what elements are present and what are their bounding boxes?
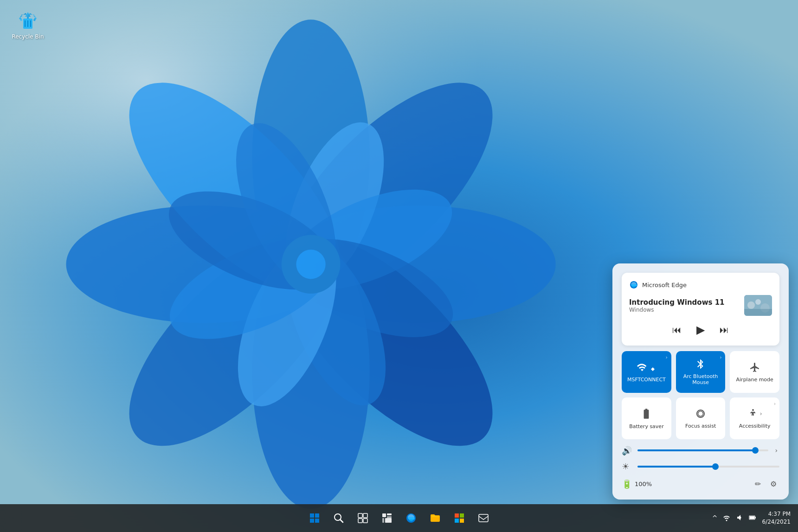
clock-date: 6/24/2021 — [762, 518, 791, 526]
tray-chevron[interactable]: ^ — [710, 513, 720, 523]
search-button[interactable] — [328, 508, 349, 528]
edit-quick-settings-button[interactable]: ✏ — [752, 478, 764, 490]
svg-point-29 — [752, 409, 754, 411]
panel-bottom-bar: 🔋 100% ✏ ⚙ — [622, 478, 779, 490]
volume-thumb[interactable] — [752, 447, 759, 454]
accessibility-icon: › — [747, 408, 762, 419]
quick-actions-grid: MSFTCONNECT › Arc Bluetooth Mouse › — [622, 351, 779, 439]
svg-rect-48 — [460, 519, 464, 523]
svg-rect-40 — [382, 513, 386, 517]
quick-settings-panel: Microsoft Edge Introducing Windows 11 Wi… — [612, 263, 789, 500]
wifi-tile-label: MSFTCONNECT — [627, 377, 666, 383]
airplane-icon — [749, 362, 760, 373]
file-explorer-taskbar-button[interactable] — [425, 508, 445, 528]
focus-assist-icon — [695, 408, 706, 419]
tray-volume-icon[interactable] — [734, 513, 745, 524]
bluetooth-tile[interactable]: Arc Bluetooth Mouse › — [676, 351, 726, 393]
recycle-bin-image — [17, 9, 39, 32]
wifi-tile-chevron: › — [666, 355, 668, 360]
svg-rect-31 — [315, 513, 319, 518]
svg-point-19 — [296, 250, 325, 279]
brightness-slider[interactable] — [637, 466, 779, 468]
battery-info: 🔋 100% — [622, 479, 652, 489]
media-track-subtitle: Windows — [629, 307, 725, 313]
brightness-slider-row: ☀ — [622, 461, 779, 471]
accessibility-tile-label: Accessibility — [739, 423, 771, 429]
volume-expand-chevron[interactable]: › — [773, 445, 779, 456]
desktop: Recycle Bin — [0, 0, 798, 532]
accessibility-tile[interactable]: › Accessibility › — [730, 397, 779, 439]
wifi-icon — [637, 362, 656, 373]
media-browser-name: Microsoft Edge — [642, 282, 687, 288]
brightness-thumb[interactable] — [712, 463, 719, 470]
tray-wifi-icon[interactable] — [721, 513, 732, 524]
battery-saver-tile-label: Battery saver — [629, 423, 663, 429]
wifi-tile[interactable]: MSFTCONNECT › — [622, 351, 671, 393]
media-play-button[interactable]: ▶ — [695, 321, 707, 338]
battery-icon: 🔋 — [622, 479, 632, 489]
focus-assist-tile[interactable]: Focus assist — [676, 397, 726, 439]
svg-rect-49 — [479, 514, 488, 522]
edge-taskbar-button[interactable] — [401, 508, 421, 528]
clock-time: 4:37 PM — [762, 510, 791, 518]
airplane-mode-tile[interactable]: Airplane mode — [730, 351, 779, 393]
svg-rect-45 — [455, 513, 459, 518]
volume-slider-row: 🔊 › — [622, 445, 779, 456]
recycle-bin-icon[interactable]: Recycle Bin — [9, 9, 46, 40]
sliders-section: 🔊 › ☀ — [622, 445, 779, 471]
svg-rect-42 — [387, 516, 392, 518]
volume-icon: 🔊 — [622, 446, 633, 455]
svg-line-35 — [340, 519, 343, 522]
open-settings-button[interactable]: ⚙ — [767, 478, 779, 490]
taskbar-clock[interactable]: 4:37 PM 6/24/2021 — [762, 510, 791, 526]
svg-rect-53 — [750, 516, 754, 519]
svg-rect-41 — [387, 513, 392, 515]
accessibility-tile-chevron: › — [774, 401, 776, 406]
svg-rect-37 — [363, 513, 367, 518]
svg-point-25 — [747, 301, 755, 309]
store-taskbar-button[interactable] — [449, 508, 470, 528]
taskbar-right-area: ^ — [710, 510, 791, 526]
media-next-button[interactable]: ⏭ — [718, 323, 731, 337]
bluetooth-icon — [695, 359, 706, 370]
system-tray: ^ — [710, 513, 759, 524]
svg-rect-38 — [358, 519, 362, 523]
focus-assist-tile-label: Focus assist — [685, 423, 716, 429]
media-thumbnail — [744, 295, 772, 316]
task-view-button[interactable] — [353, 508, 373, 528]
start-button[interactable] — [304, 508, 325, 528]
svg-rect-36 — [358, 513, 362, 518]
svg-rect-52 — [755, 517, 756, 519]
media-track-title: Introducing Windows 11 — [629, 298, 725, 307]
mail-taskbar-button[interactable] — [473, 508, 494, 528]
tray-battery-icon[interactable] — [747, 513, 758, 524]
bluetooth-tile-label: Arc Bluetooth Mouse — [682, 373, 720, 385]
svg-rect-28 — [744, 309, 772, 316]
svg-rect-47 — [455, 519, 459, 523]
svg-rect-30 — [310, 513, 314, 518]
edge-browser-icon — [629, 280, 638, 289]
bluetooth-tile-chevron: › — [720, 355, 721, 360]
battery-percent: 100% — [635, 481, 652, 487]
svg-rect-43 — [382, 518, 384, 523]
airplane-tile-label: Airplane mode — [736, 377, 773, 383]
svg-point-26 — [755, 299, 761, 305]
battery-saver-icon — [640, 408, 652, 420]
svg-rect-44 — [385, 518, 392, 523]
widgets-button[interactable] — [377, 508, 397, 528]
media-controls: ⏮ ▶ ⏭ — [629, 321, 772, 338]
svg-rect-32 — [310, 519, 314, 523]
brightness-icon: ☀ — [622, 461, 633, 471]
volume-slider[interactable] — [637, 449, 768, 451]
media-player-card: Microsoft Edge Introducing Windows 11 Wi… — [622, 273, 779, 346]
svg-rect-46 — [460, 513, 464, 518]
battery-saver-tile[interactable]: Battery saver — [622, 397, 671, 439]
media-prev-button[interactable]: ⏮ — [670, 323, 683, 337]
taskbar: ^ — [0, 504, 798, 532]
taskbar-center-icons — [304, 508, 494, 528]
svg-rect-39 — [363, 519, 367, 523]
svg-point-50 — [726, 519, 727, 521]
svg-rect-33 — [315, 519, 319, 523]
recycle-bin-label: Recycle Bin — [12, 33, 44, 40]
